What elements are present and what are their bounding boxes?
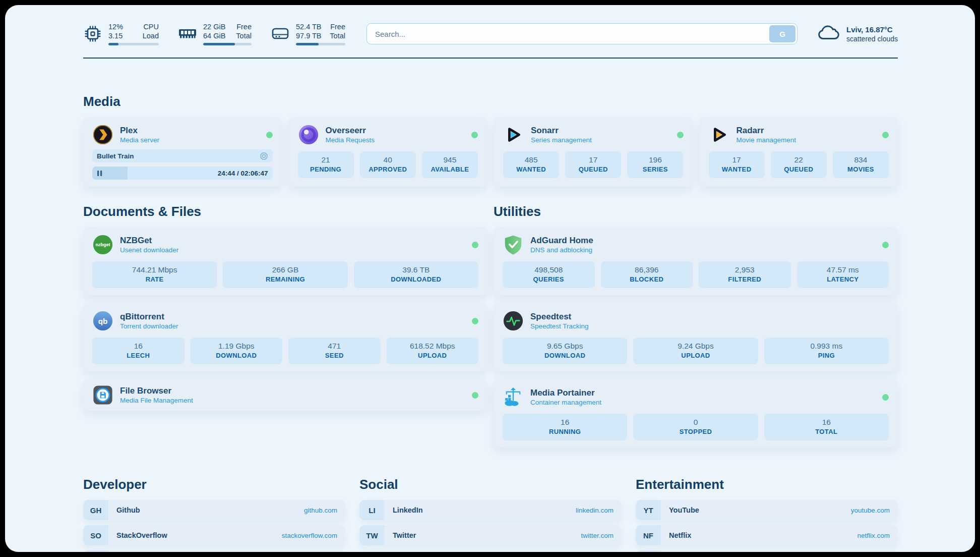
- service-card-filebrowser[interactable]: File Browser Media File Management: [83, 379, 487, 411]
- resource-widgets: 12% CPU 3.15 Load: [83, 22, 345, 45]
- storage-icon: [271, 24, 290, 43]
- memory-free-value: 22 GiB: [203, 22, 225, 31]
- bookmark-reddit[interactable]: RE Reddit reddit.com: [636, 550, 898, 552]
- stat-tile: 471SEED: [288, 338, 381, 364]
- stat-tile: 9.24 GbpsUPLOAD: [633, 338, 758, 364]
- sonarr-icon: [503, 124, 524, 145]
- stat-tile: 0.993 msPING: [764, 338, 889, 364]
- cpu-load-label: Load: [143, 31, 159, 40]
- speedtest-icon: [503, 310, 524, 331]
- status-dot: [266, 132, 273, 138]
- stat-tile: 196SERIES: [627, 151, 683, 178]
- stat-tile: 39.6 TBDOWNLOADED: [354, 261, 478, 288]
- bookmark-tag: RE: [636, 550, 661, 552]
- bookmark-github[interactable]: GH Github github.com: [83, 500, 345, 520]
- stat-tile: 40APPROVED: [360, 151, 416, 178]
- service-subtitle: Movie management: [737, 136, 797, 145]
- status-dot: [882, 394, 889, 401]
- service-title: NZBGet: [120, 235, 178, 246]
- bookmark-url: twitter.com: [581, 532, 614, 539]
- memory-free-label: Free: [236, 22, 252, 31]
- storage-progressbar: [296, 43, 345, 45]
- service-card-overseerr[interactable]: Overseerr Media Requests 21PENDING 40APP…: [289, 117, 487, 187]
- bookmark-tag: NF: [636, 525, 661, 545]
- service-subtitle: Media File Management: [120, 396, 193, 405]
- status-dot: [677, 132, 684, 138]
- cpu-icon: [83, 24, 102, 43]
- stat-tile: 834MOVIES: [833, 151, 889, 178]
- plex-icon: [92, 124, 113, 145]
- media-type-icon: [260, 152, 268, 160]
- bookmark-tag: YT: [636, 500, 661, 520]
- service-card-portainer[interactable]: Media Portainer Container management 16R…: [494, 379, 898, 448]
- cpu-label: CPU: [143, 22, 159, 31]
- bookmark-twitter[interactable]: TW Twitter twitter.com: [359, 525, 622, 545]
- service-card-radarr[interactable]: Radarr Movie management 17WANTED 22QUEUE…: [700, 117, 898, 187]
- service-card-plex[interactable]: Plex Media server Bullet Train: [83, 117, 282, 187]
- storage-total-value: 97.9 TB: [296, 31, 322, 40]
- service-title: Media Portainer: [530, 387, 601, 398]
- bookmark-url: stackoverflow.com: [282, 532, 337, 539]
- stat-tile: 744.21 MbpsRATE: [92, 261, 217, 288]
- stat-tile: 266 GBREMAINING: [223, 261, 347, 288]
- service-title: File Browser: [120, 385, 193, 396]
- header-divider: [83, 58, 898, 59]
- stat-tile: 16TOTAL: [764, 414, 889, 440]
- service-card-qbittorrent[interactable]: qb qBittorrent Torrent downloader 16LEEC…: [83, 303, 487, 371]
- service-subtitle: Media server: [120, 136, 159, 145]
- now-playing-title: Bullet Train: [97, 152, 134, 160]
- bookmark-youtube[interactable]: YT YouTube youtube.com: [636, 500, 898, 520]
- memory-total-value: 64 GiB: [203, 31, 225, 40]
- service-subtitle: DNS and adblocking: [530, 246, 593, 255]
- stat-tile: 945AVAILABLE: [422, 151, 478, 178]
- service-subtitle: Media Requests: [326, 136, 375, 145]
- stat-tile: 21PENDING: [298, 151, 354, 178]
- service-card-nzbget[interactable]: nzbget NZBGet Usenet downloader 744.21 M…: [83, 227, 487, 295]
- bookmark-stackoverflow[interactable]: SO StackOverflow stackoverflow.com: [83, 525, 345, 545]
- stat-tile: 86,396BLOCKED: [601, 261, 693, 288]
- service-subtitle: Speedtest Tracking: [530, 322, 589, 331]
- stat-tile: 17WANTED: [709, 151, 765, 178]
- dashboard-panel: 12% CPU 3.15 Load: [5, 5, 975, 552]
- service-subtitle: Container management: [530, 398, 601, 407]
- section-title-entertainment: Entertainment: [636, 477, 898, 492]
- weather-widget: Lviv, 16.87°C scattered clouds: [817, 24, 898, 44]
- service-card-speedtest[interactable]: Speedtest Speedtest Tracking 9.65 GbpsDO…: [494, 303, 898, 371]
- cpu-progressbar: [108, 43, 159, 45]
- svg-text:qb: qb: [98, 317, 108, 325]
- media-cards: Plex Media server Bullet Train: [83, 117, 898, 187]
- service-subtitle: Usenet downloader: [120, 246, 178, 255]
- bookmark-name: Netflix: [669, 531, 691, 539]
- weather-location: Lviv, 16.87°C: [846, 25, 898, 34]
- section-title-media: Media: [83, 94, 898, 109]
- section-title-social: Social: [359, 477, 622, 492]
- section-title-documents: Documents & Files: [83, 204, 487, 219]
- search-engine-button[interactable]: G: [769, 25, 795, 42]
- service-card-adguard[interactable]: AdGuard Home DNS and adblocking 498,508Q…: [494, 227, 898, 295]
- bookmark-name: StackOverflow: [116, 531, 167, 539]
- adguard-icon: [503, 234, 524, 255]
- bookmark-tag: DT: [83, 550, 108, 552]
- bookmark-netflix[interactable]: NF Netflix netflix.com: [636, 525, 898, 545]
- bookmark-linkedin[interactable]: LI LinkedIn linkedin.com: [359, 500, 622, 520]
- stat-tile: 0STOPPED: [633, 414, 758, 440]
- storage-widget: 52.4 TB Free 97.9 TB Total: [271, 22, 345, 45]
- bookmark-name: LinkedIn: [393, 506, 423, 514]
- bookmark-url: netflix.com: [857, 532, 890, 539]
- svg-text:nzbget: nzbget: [95, 242, 110, 247]
- stat-tile: 22QUEUED: [771, 151, 827, 178]
- bookmark-tag: GH: [83, 500, 108, 520]
- memory-progressbar: [203, 43, 252, 45]
- search-input[interactable]: [366, 23, 798, 44]
- storage-total-label: Total: [330, 31, 345, 40]
- weather-condition: scattered clouds: [846, 34, 898, 43]
- portainer-icon: [503, 386, 524, 408]
- bookmark-dev[interactable]: DT DEV dev.to: [83, 550, 345, 552]
- service-title: Speedtest: [530, 311, 589, 322]
- status-dot: [472, 242, 478, 248]
- playback-progressbar: 24:44 / 02:06:47: [92, 166, 273, 180]
- filebrowser-icon: [92, 384, 113, 406]
- bookmark-url: linkedin.com: [576, 507, 614, 514]
- service-card-sonarr[interactable]: Sonarr Series management 485WANTED 17QUE…: [494, 117, 693, 187]
- storage-free-value: 52.4 TB: [296, 22, 322, 31]
